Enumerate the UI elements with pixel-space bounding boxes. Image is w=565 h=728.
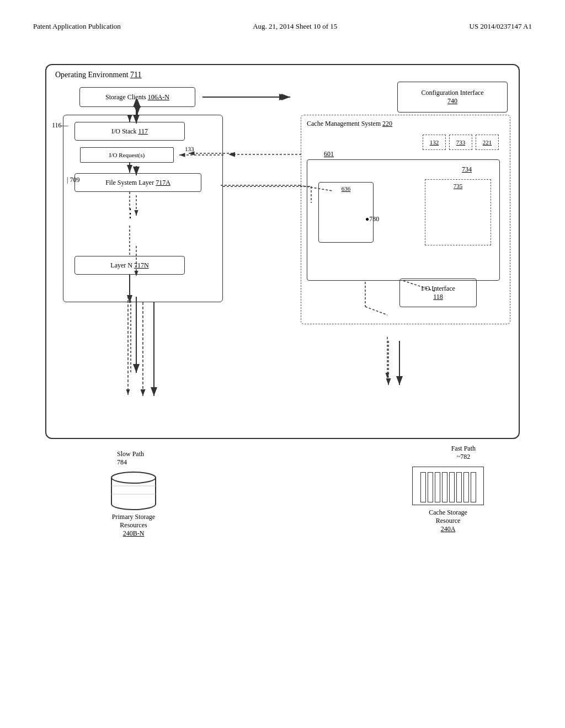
svg-point-44 (111, 472, 156, 483)
cache-storage-resource: Cache StorageResource 240A (398, 467, 498, 533)
header-center: Aug. 21, 2014 Sheet 10 of 15 (253, 22, 337, 31)
cms-label: Cache Management System 220 (307, 120, 392, 128)
io-interface-box: I/O Interface 118 (399, 279, 477, 307)
layer-n-box: Layer N 717N (74, 256, 185, 275)
box-221: 221 (476, 135, 499, 150)
page: Patent Application Publication Aug. 21, … (0, 0, 565, 728)
cms-small-boxes: 132 733 221 (423, 135, 499, 150)
config-interface-box: Configuration Interface 740 (397, 82, 508, 113)
cache-bar (420, 472, 426, 502)
box-636: 636 (318, 182, 374, 243)
cms-box: Cache Management System 220 132 733 221 (301, 115, 510, 324)
cache-bars-box (412, 467, 484, 505)
storage-clients-box: Storage Clients 106A-N (79, 87, 195, 107)
cache-bar (471, 472, 476, 502)
label-601: 601 (324, 150, 334, 158)
io-request-box: I/O Request(s) (80, 147, 174, 163)
header-right: US 2014/0237147 A1 (470, 22, 532, 31)
cache-bar (435, 472, 440, 502)
primary-storage-number: 240B-N (89, 529, 178, 538)
box-132: 132 (423, 135, 446, 150)
cache-storage-number: 240A (398, 525, 498, 533)
cache-bar (428, 472, 433, 502)
label-133: 133 (185, 146, 194, 152)
left-panel: I/O Stack 117 133 I/O Request(s) | 709 F… (63, 115, 223, 302)
cylinder-svg (106, 467, 161, 511)
primary-storage-resource: Primary StorageResources 240B-N (89, 467, 178, 538)
cms-inner-box: 601 636 734 735 (307, 159, 500, 281)
vertical-dots: ⋮ (124, 206, 138, 221)
page-header: Patent Application Publication Aug. 21, … (33, 22, 532, 31)
fs-layer-box: File System Layer 717A (74, 173, 201, 192)
primary-storage-label: Primary StorageResources (89, 513, 178, 529)
io-stack-box: I/O Stack 117 (74, 122, 185, 141)
diagram-container: Operating Environment 711 Storage Client… (45, 64, 520, 728)
header-left: Patent Application Publication (33, 22, 121, 31)
box-733: 733 (449, 135, 472, 150)
left-panel-arrows (63, 115, 223, 303)
cache-bar (456, 472, 462, 502)
operating-environment-box: Operating Environment 711 Storage Client… (45, 64, 520, 439)
outer-box-label: Operating Environment 711 (55, 71, 142, 79)
cache-bar (449, 472, 455, 502)
cache-storage-label: Cache StorageResource (398, 508, 498, 525)
label-734: 734 (462, 165, 472, 174)
box-735: 735 (425, 179, 491, 245)
fast-path-label: Fast Path ~782 (451, 445, 476, 461)
cache-bar (463, 472, 469, 502)
label-780: ●780 (365, 215, 379, 223)
slow-path-label: Slow Path 784 (117, 450, 144, 467)
cache-bar (442, 472, 447, 502)
